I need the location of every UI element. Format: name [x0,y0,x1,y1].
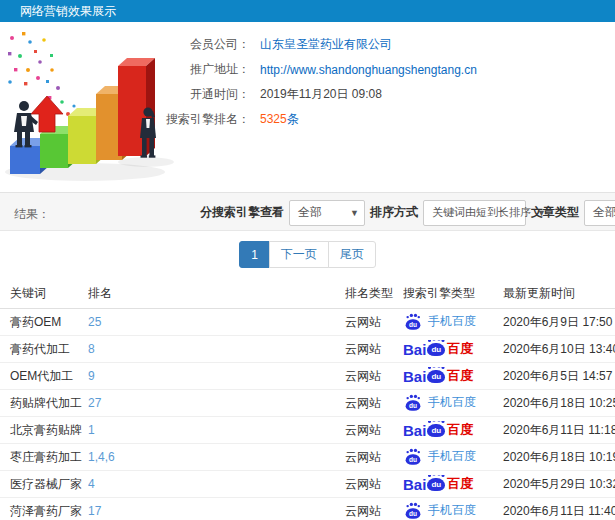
baidu-logo: Baidu百度 [403,421,473,439]
table-row: 膏药OEM 25 云网站 du手机百度 2020年6月9日 17:50 [0,309,615,336]
rank-type-cell: 云网站 [345,314,403,331]
page-1-button[interactable]: 1 [239,241,270,268]
engine-label: 手机百度 [428,314,476,328]
article-type-select[interactable]: 全部 ▼ [584,200,615,226]
table-row: 药贴牌代加工 27 云网站 du手机百度 2020年6月18日 10:25 [0,390,615,417]
updated-time: 2020年6月18日 10:19 [503,449,615,466]
engine-label: 手机百度 [428,503,476,517]
updated-time: 2020年6月10日 13:40 [503,341,615,358]
engine-view-select[interactable]: 全部 ▼ [289,200,365,226]
updated-time: 2020年6月9日 17:50 [503,314,615,331]
rank-type-cell: 云网站 [345,341,403,358]
company-label: 会员公司： [150,36,250,53]
promo-url-label: 推广地址： [150,61,250,78]
rank-type-cell: 云网站 [345,368,403,385]
engine-label: 百度 [447,475,473,493]
rank-link[interactable]: 8 [88,342,95,356]
keyword-cell: 膏药代加工 [0,341,88,358]
header-rank: 排名 [88,285,345,302]
baidu-paw-icon: du [427,424,445,437]
info-row-url: 推广地址： http://www.shandonghuangshengtang.… [150,57,477,82]
sort-label: 排序方式 [370,204,418,221]
info-row-engine-rank: 搜索引擎排名： 5325条 [150,107,477,132]
app-title-bar: 网络营销效果展示 [0,0,615,22]
engine-cell: Baidu百度 [403,421,503,439]
rank-link[interactable]: 1,4,6 [88,450,115,464]
keyword-table: 关键词 排名 排名类型 搜索引擎类型 最新更新时间 膏药OEM 25 云网站 d… [0,278,615,520]
rank-type-cell: 云网站 [345,422,403,439]
table-row: 膏药代加工 8 云网站 Baidu百度 2020年6月10日 13:40 [0,336,615,363]
updated-time: 2020年6月18日 10:25 [503,395,615,412]
baidu-paw-icon: du [427,370,445,383]
engine-label: 百度 [447,421,473,439]
table-header-row: 关键词 排名 排名类型 搜索引擎类型 最新更新时间 [0,278,615,309]
rank-type-cell: 云网站 [345,503,403,520]
header-updated: 最新更新时间 [503,285,615,302]
engine-label: 百度 [447,367,473,385]
rank-link[interactable]: 1 [88,423,95,437]
baidu-logo: Baidu百度 [403,340,473,358]
open-time-value: 2019年11月20日 09:08 [260,86,382,103]
rank-link[interactable]: 4 [88,477,95,491]
rank-type-cell: 云网站 [345,395,403,412]
top-section: 会员公司： 山东皇圣堂药业有限公司 推广地址： http://www.shand… [0,22,615,192]
engine-rank-label: 搜索引擎排名： [150,111,250,128]
header-rank-type: 排名类型 [345,285,403,302]
table-row: 枣庄膏药加工 1,4,6 云网站 du手机百度 2020年6月18日 10:19 [0,444,615,471]
keyword-cell: 药贴牌代加工 [0,395,88,412]
info-row-company: 会员公司： 山东皇圣堂药业有限公司 [150,32,477,57]
rank-type-cell: 云网站 [345,476,403,493]
keyword-cell: 菏泽膏药厂家 [0,503,88,520]
next-page-button[interactable]: 下一页 [269,241,329,268]
sort-select[interactable]: 关键词由短到长排序 ▼ [423,200,526,226]
engine-cell: du手机百度 [403,394,503,412]
engine-view-label: 分搜索引擎查看 [200,204,284,221]
engine-cell: Baidu百度 [403,367,503,385]
table-row: 北京膏药贴牌 1 云网站 Baidu百度 2020年6月11日 11:18 [0,417,615,444]
baidu-logo: Baidu百度 [403,367,473,385]
engine-label: 百度 [447,340,473,358]
engine-cell: du手机百度 [403,448,503,466]
engine-cell: Baidu百度 [403,475,503,493]
table-row: 医疗器械厂家 4 云网站 Baidu百度 2020年5月29日 10:32 [0,471,615,498]
table-row: OEM代加工 9 云网站 Baidu百度 2020年6月5日 14:57 [0,363,615,390]
updated-time: 2020年6月5日 14:57 [503,368,615,385]
engine-cell: du手机百度 [403,313,503,331]
promo-url-link[interactable]: http://www.shandonghuangshengtang.cn [260,63,477,77]
keyword-cell: 医疗器械厂家 [0,476,88,493]
keyword-cell: 枣庄膏药加工 [0,449,88,466]
info-row-open-time: 开通时间： 2019年11月20日 09:08 [150,82,477,107]
engine-cell: Baidu百度 [403,340,503,358]
rank-link[interactable]: 27 [88,396,101,410]
result-label: 结果： [14,206,50,223]
filter-bar: 结果： 分搜索引擎查看 全部 ▼ 排序方式 关键词由短到长排序 ▼ 文章类型 全… [0,192,615,231]
rank-link[interactable]: 17 [88,504,101,518]
mobile-baidu-paw-icon: du [406,454,421,465]
updated-time: 2020年5月29日 10:32 [503,476,615,493]
page-title: 网络营销效果展示 [20,4,116,18]
info-panel: 会员公司： 山东皇圣堂药业有限公司 推广地址： http://www.shand… [150,32,477,132]
updated-time: 2020年6月11日 11:40 [503,503,615,520]
mobile-baidu-paw-icon: du [406,508,421,519]
keyword-cell: OEM代加工 [0,368,88,385]
engine-cell: du手机百度 [403,502,503,520]
baidu-paw-icon: du [427,478,445,491]
rank-type-cell: 云网站 [345,449,403,466]
pagination: 1 下一页 尾页 [0,231,615,278]
rank-link[interactable]: 25 [88,315,101,329]
engine-rank-count: 5325 [260,112,287,126]
engine-label: 手机百度 [428,395,476,409]
engine-rank-unit: 条 [287,112,299,126]
last-page-button[interactable]: 尾页 [328,241,376,268]
baidu-logo: Baidu百度 [403,475,473,493]
mobile-baidu-paw-icon: du [406,319,421,330]
open-time-label: 开通时间： [150,86,250,103]
company-link[interactable]: 山东皇圣堂药业有限公司 [260,36,392,53]
mobile-baidu-paw-icon: du [406,400,421,411]
header-keyword: 关键词 [0,285,88,302]
keyword-cell: 北京膏药贴牌 [0,422,88,439]
rank-link[interactable]: 9 [88,369,95,383]
keyword-cell: 膏药OEM [0,314,88,331]
table-row: 菏泽膏药厂家 17 云网站 du手机百度 2020年6月11日 11:40 [0,498,615,520]
article-type-label: 文章类型 [531,204,579,221]
